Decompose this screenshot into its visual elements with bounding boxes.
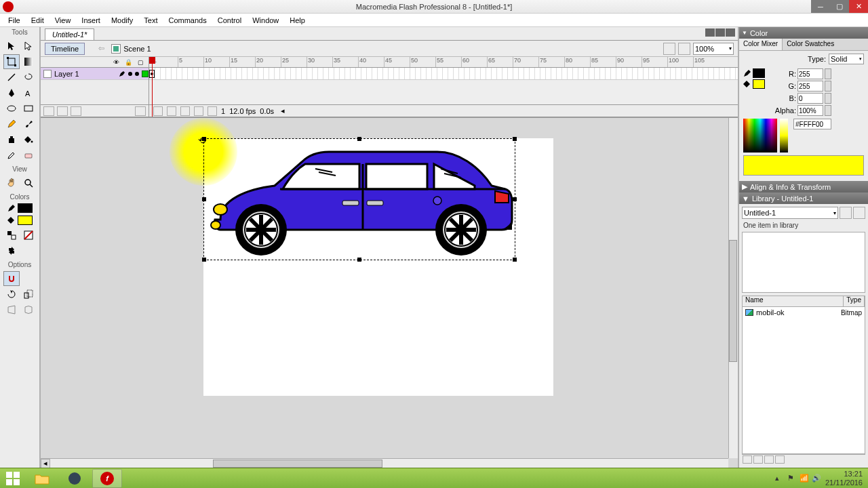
layer-lock-dot[interactable] (135, 72, 139, 76)
b-spinner[interactable] (825, 93, 831, 104)
horizontal-scrollbar[interactable]: ◂ (41, 458, 728, 468)
scroll-thumb-v[interactable] (729, 240, 737, 362)
frames-ruler[interactable]: 1510152025303540455055606570758085909510… (149, 57, 738, 68)
edit-multiple-button[interactable] (194, 106, 203, 116)
menu-view[interactable]: View (50, 15, 77, 26)
center-frame-button[interactable] (153, 106, 163, 116)
delete-layer-button[interactable] (135, 106, 146, 116)
lib-new-symbol-button[interactable] (743, 455, 752, 464)
handle-bottom-mid[interactable] (357, 258, 361, 262)
zoom-select[interactable]: 100% (693, 43, 734, 55)
menu-control[interactable]: Control (212, 15, 247, 26)
lock-icon[interactable]: 🔒 (124, 58, 132, 66)
library-panel-header[interactable]: ▼Library - Untitled-1 (739, 192, 868, 204)
no-color-button[interactable] (20, 228, 37, 243)
line-tool[interactable] (3, 70, 20, 85)
library-pin-button[interactable] (840, 207, 852, 219)
mixer-swap-button[interactable] (761, 92, 769, 100)
tray-volume-icon[interactable]: 🔊 (812, 474, 821, 483)
mixer-stroke-swatch[interactable] (753, 68, 765, 78)
back-icon[interactable]: ⇦ (98, 44, 104, 53)
b-input[interactable] (797, 93, 823, 104)
selection-tool[interactable] (3, 39, 20, 54)
zoom-tool[interactable] (20, 176, 37, 190)
hue-picker[interactable] (743, 119, 777, 152)
type-select[interactable]: Solid (829, 54, 864, 64)
doc-minimize-icon[interactable] (705, 28, 715, 37)
timeline-tab[interactable]: Timeline (45, 43, 85, 55)
new-layer-button[interactable] (43, 106, 54, 116)
vertical-scrollbar[interactable] (728, 118, 738, 458)
lib-properties-button[interactable] (764, 455, 774, 464)
taskbar-explorer[interactable] (27, 469, 57, 488)
eyedropper-tool[interactable] (3, 148, 20, 163)
oval-tool[interactable] (3, 101, 20, 116)
library-new-button[interactable] (853, 207, 865, 219)
outline-icon[interactable]: ▢ (136, 58, 144, 66)
menu-file[interactable]: File (3, 15, 26, 26)
alpha-input[interactable] (797, 105, 823, 116)
frames-track[interactable] (149, 68, 738, 80)
layer-row[interactable]: Layer 1 (41, 68, 149, 80)
start-button[interactable] (0, 468, 26, 489)
close-button[interactable]: ✕ (849, 0, 868, 13)
stage-area[interactable]: ⟲ ◂ (41, 118, 738, 468)
document-tab[interactable]: Untitled-1* (45, 28, 94, 40)
menu-modify[interactable]: Modify (106, 15, 138, 26)
eraser-tool[interactable] (20, 148, 37, 163)
luminance-bar[interactable] (780, 119, 788, 152)
subselection-tool[interactable] (20, 39, 37, 54)
align-panel-header[interactable]: ▶Align & Info & Transform (739, 181, 868, 192)
handle-bottom-left[interactable] (202, 258, 206, 262)
eye-icon[interactable]: 👁 (112, 58, 120, 66)
new-folder-button[interactable] (71, 106, 81, 116)
tab-color-swatches[interactable]: Color Swatches (783, 39, 838, 50)
tab-color-mixer[interactable]: Color Mixer (739, 39, 783, 50)
rectangle-tool[interactable] (20, 101, 37, 116)
selection-bounding-box[interactable] (203, 138, 515, 260)
r-spinner[interactable] (825, 68, 831, 79)
layer-outline-swatch[interactable] (142, 70, 149, 77)
handle-top-right[interactable] (513, 137, 517, 141)
lasso-tool[interactable] (20, 70, 37, 85)
library-doc-select[interactable]: Untitled-1 (742, 207, 838, 219)
stroke-color-swatch[interactable] (18, 203, 33, 213)
mixer-nocolor-button[interactable] (752, 92, 760, 100)
scroll-left-icon[interactable]: ◂ (281, 106, 285, 115)
menu-help[interactable]: Help (284, 15, 311, 26)
pencil-tool[interactable] (3, 117, 20, 131)
handle-top-mid[interactable] (357, 137, 361, 141)
menu-insert[interactable]: Insert (76, 15, 106, 26)
rotate-option[interactable] (3, 287, 20, 302)
menu-edit[interactable]: Edit (26, 15, 50, 26)
alpha-spinner[interactable] (825, 105, 831, 116)
ink-bottle-tool[interactable] (3, 132, 20, 147)
menu-window[interactable]: Window (247, 15, 284, 26)
menu-text[interactable]: Text (138, 15, 163, 26)
paint-bucket-tool[interactable] (20, 132, 37, 147)
distort-option[interactable] (3, 302, 20, 317)
handle-bottom-right[interactable] (513, 258, 517, 262)
layer-visible-dot[interactable] (128, 72, 132, 76)
clock[interactable]: 13:21 21/11/2016 (825, 470, 863, 486)
fill-color-swatch[interactable] (18, 216, 33, 225)
handle-mid-right[interactable] (513, 197, 517, 201)
snap-option[interactable] (3, 271, 20, 286)
hex-input[interactable] (793, 119, 831, 129)
doc-close-icon[interactable] (726, 28, 735, 37)
scroll-left-button[interactable]: ◂ (41, 459, 50, 468)
gradient-transform-tool[interactable] (20, 54, 37, 69)
onion-outlines-button[interactable] (180, 106, 190, 116)
scene-name[interactable]: Scene 1 (123, 45, 151, 53)
lib-delete-button[interactable] (775, 455, 785, 464)
swatch-black-white-button[interactable] (3, 228, 20, 243)
text-tool[interactable]: A (20, 85, 37, 100)
library-col-name[interactable]: Name (743, 296, 844, 306)
g-input[interactable] (797, 81, 823, 92)
color-panel-header[interactable]: ▼Color (739, 27, 868, 39)
pen-tool[interactable] (3, 85, 20, 100)
handle-mid-left[interactable] (202, 197, 206, 201)
swap-colors-button[interactable] (3, 243, 20, 258)
new-guide-button[interactable] (57, 106, 68, 116)
scroll-thumb-h[interactable] (213, 460, 382, 468)
